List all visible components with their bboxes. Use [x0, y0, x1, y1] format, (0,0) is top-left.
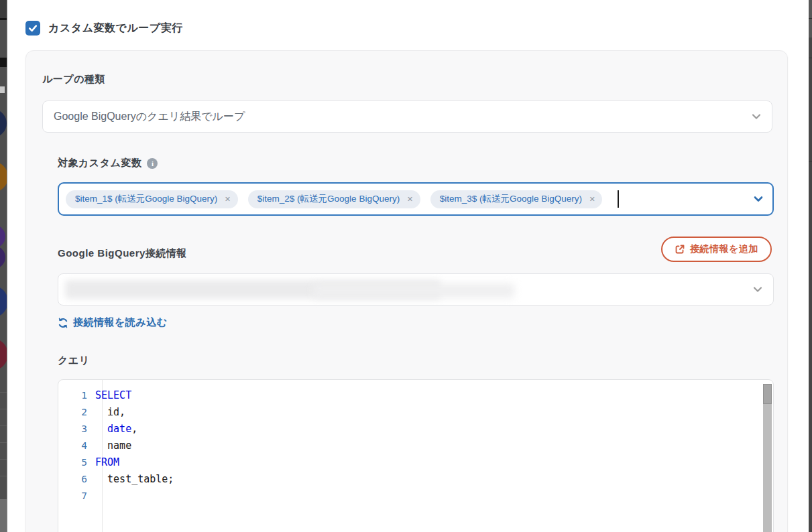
external-link-icon	[675, 244, 685, 255]
connector-icon-fragment	[0, 225, 5, 248]
sidebar-row-divider	[0, 459, 7, 460]
remove-tag-icon[interactable]: ×	[225, 194, 230, 204]
code-line: 7	[58, 487, 773, 504]
line-number: 7	[58, 490, 95, 501]
text-cursor	[618, 190, 619, 208]
sql-text: ,	[131, 423, 137, 435]
sidebar-divider	[0, 58, 7, 67]
sidebar-row-divider	[0, 409, 7, 409]
remove-tag-icon[interactable]: ×	[589, 194, 595, 204]
editor-scrollbar-track[interactable]	[763, 384, 772, 532]
sidebar-row-divider	[0, 442, 7, 443]
add-connection-button-label: 接続情報を追加	[690, 243, 758, 255]
scrollbar-divider	[809, 58, 812, 58]
sidebar-row-divider	[0, 392, 7, 393]
loop-enable-label: カスタム変数でループ実行	[48, 21, 183, 36]
line-number: 4	[58, 440, 95, 451]
page-scrollbar-thumb[interactable]	[809, 0, 812, 38]
custom-var-tag-label: $item_3$ (転送元Google BigQuery)	[440, 193, 582, 205]
loop-enable-row: カスタム変数でループ実行	[25, 21, 183, 36]
sql-text	[95, 423, 107, 435]
sidebar-row-divider	[0, 425, 7, 426]
editor-scrollbar-thumb[interactable]	[763, 384, 772, 404]
checkmark-icon	[27, 23, 38, 34]
custom-var-tag: $item_3$ (転送元Google BigQuery) ×	[430, 190, 603, 208]
chevron-down-icon[interactable]	[753, 194, 764, 204]
code-line: 6 test_table;	[58, 470, 773, 487]
sidebar-footer-fragment	[0, 499, 7, 532]
connection-select[interactable]	[58, 273, 774, 306]
connector-icon-fragment	[0, 285, 7, 318]
loop-type-label: ループの種類	[42, 73, 105, 86]
scrollbar-divider	[809, 161, 812, 161]
line-number: 5	[58, 457, 95, 468]
sql-keyword: FROM	[95, 456, 119, 468]
loop-type-selected-value: Google BigQueryのクエリ結果でループ	[54, 101, 245, 132]
line-number: 2	[58, 407, 95, 417]
reload-connections-link[interactable]: 接続情報を読み込む	[58, 316, 168, 329]
chevron-down-icon	[751, 111, 762, 122]
sql-text: test_table;	[95, 473, 174, 485]
loop-enable-checkbox[interactable]	[25, 21, 40, 36]
connector-icon-fragment	[0, 246, 5, 269]
sidebar-glyph-fragment	[0, 86, 5, 93]
line-number: 3	[58, 423, 95, 434]
chevron-down-icon	[752, 284, 763, 295]
remove-tag-icon[interactable]: ×	[407, 194, 412, 204]
sql-text: name	[95, 440, 131, 452]
code-line: 3 date,	[58, 420, 773, 437]
custom-var-tag: $item_2$ (転送元Google BigQuery) ×	[248, 190, 420, 208]
info-icon[interactable]: i	[147, 158, 158, 169]
sidebar-row-divider	[0, 476, 7, 476]
code-line: 1 SELECT	[58, 387, 773, 403]
sql-query-editor[interactable]: 1 SELECT 2 id, 3 date, 4 name 5	[58, 379, 774, 532]
redacted-connection-value	[313, 283, 514, 298]
connection-label: Google BigQuery接続情報	[58, 247, 187, 260]
refresh-icon	[58, 318, 68, 328]
connector-icon-fragment	[0, 338, 7, 371]
sql-text: id,	[95, 406, 125, 418]
scrollbar-divider	[809, 18, 812, 19]
page-scrollbar-track[interactable]	[809, 0, 812, 532]
custom-vars-label: 対象カスタム変数	[58, 157, 141, 170]
left-sidebar-edge	[0, 0, 7, 532]
custom-var-tag-label: $item_1$ (転送元Google BigQuery)	[75, 193, 217, 205]
loop-type-select[interactable]: Google BigQueryのクエリ結果でループ	[42, 101, 772, 133]
sidebar-divider	[0, 18, 7, 20]
custom-vars-multiselect[interactable]: $item_1$ (転送元Google BigQuery) × $item_2$…	[58, 182, 774, 216]
sql-keyword: SELECT	[95, 389, 131, 401]
code-line: 5 FROM	[58, 454, 773, 470]
query-label: クエリ	[58, 354, 90, 367]
connector-icon-fragment	[0, 161, 7, 192]
code-line: 4 name	[58, 437, 773, 454]
sidebar-header-fragment	[0, 0, 7, 19]
connector-icon-fragment	[0, 109, 7, 137]
custom-var-tag: $item_1$ (転送元Google BigQuery) ×	[66, 190, 238, 208]
loop-settings-screen: カスタム変数でループ実行 ループの種類 Google BigQueryのクエリ結…	[0, 0, 812, 532]
sql-keyword: date	[107, 423, 131, 435]
custom-var-tag-label: $item_2$ (転送元Google BigQuery)	[257, 193, 400, 205]
code-line: 2 id,	[58, 403, 773, 420]
line-number: 6	[58, 474, 95, 484]
loop-settings-panel: ループの種類 Google BigQueryのクエリ結果でループ 対象カスタム変…	[25, 50, 788, 532]
line-number: 1	[58, 390, 95, 401]
custom-vars-label-row: 対象カスタム変数 i	[58, 157, 158, 170]
reload-connections-label: 接続情報を読み込む	[73, 316, 168, 329]
code-area: 1 SELECT 2 id, 3 date, 4 name 5	[58, 387, 773, 504]
add-connection-button[interactable]: 接続情報を追加	[661, 237, 772, 262]
